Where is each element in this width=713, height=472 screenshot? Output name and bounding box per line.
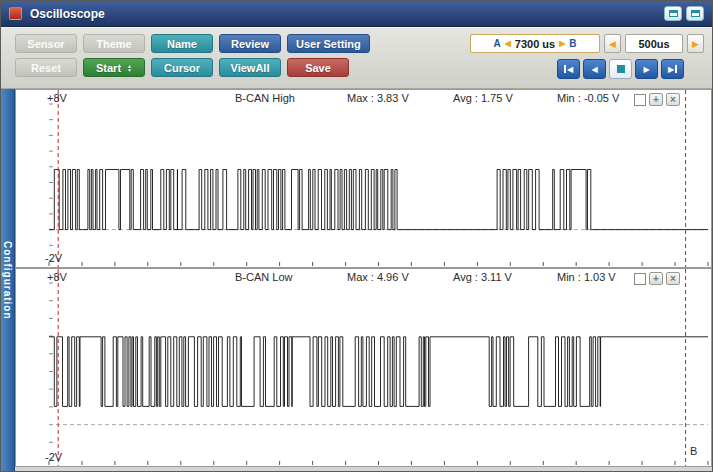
step-forward-button[interactable]: ▶ bbox=[635, 59, 658, 79]
channel-min-value: Min : 1.03 V bbox=[557, 271, 616, 283]
start-button[interactable]: Start ▲▼ bbox=[83, 58, 145, 77]
main-area: Configuration +8V B-CAN High Max : 3.83 … bbox=[1, 89, 712, 471]
cursor-button[interactable]: Cursor bbox=[151, 58, 213, 77]
toolbar-row-2: Reset Start ▲▼ Cursor ViewAll Save bbox=[15, 58, 370, 77]
step-back-button[interactable]: ◀ bbox=[583, 59, 606, 79]
title-bar: Oscilloscope bbox=[1, 1, 712, 27]
cursor-b-label: B bbox=[569, 38, 576, 49]
cursor-b-marker: B bbox=[690, 445, 697, 457]
ab-range-readout: A ◀ 7300 us ▶ B bbox=[470, 34, 600, 53]
maximize-window-button[interactable] bbox=[686, 6, 704, 21]
timebase-increase-button[interactable]: ▶ bbox=[687, 34, 704, 53]
reset-button[interactable]: Reset bbox=[15, 58, 77, 77]
ab-range-value: 7300 us bbox=[515, 38, 555, 50]
theme-button[interactable]: Theme bbox=[83, 34, 145, 53]
waveform-plot-bcan-high bbox=[16, 90, 711, 267]
waveform-plot-bcan-low bbox=[16, 269, 711, 466]
step-back-icon: ◀ bbox=[591, 65, 597, 74]
skip-start-bar-icon bbox=[564, 65, 566, 73]
timebase-scale-readout: 500us bbox=[625, 34, 683, 53]
name-button[interactable]: Name bbox=[151, 34, 213, 53]
toolbar-row-1: Sensor Theme Name Review User Setting bbox=[15, 34, 370, 53]
channel-vmin-label: -2V bbox=[45, 451, 62, 463]
user-setting-button[interactable]: User Setting bbox=[287, 34, 370, 53]
review-button[interactable]: Review bbox=[219, 34, 281, 53]
configuration-tab[interactable]: Configuration bbox=[1, 89, 15, 471]
restore-icon bbox=[669, 10, 678, 17]
channel-name: B-CAN High bbox=[235, 92, 295, 104]
channel-vmax-label: +8V bbox=[47, 271, 67, 283]
skip-end-bar-icon bbox=[675, 65, 677, 73]
channel-bcan-high: +8V B-CAN High Max : 3.83 V Avg : 1.75 V… bbox=[15, 89, 712, 268]
channel-checkbox[interactable] bbox=[634, 273, 646, 285]
maximize-icon bbox=[691, 10, 700, 17]
cursor-a-label: A bbox=[493, 38, 500, 49]
channel-controls: + × bbox=[634, 93, 680, 106]
channel-zoom-button[interactable]: + bbox=[649, 93, 663, 106]
oscilloscope-window: Oscilloscope Sensor Theme Name Review Us… bbox=[0, 0, 713, 472]
a-left-arrow-icon[interactable]: ◀ bbox=[505, 39, 511, 48]
viewall-button[interactable]: ViewAll bbox=[219, 58, 281, 77]
toolbar: Sensor Theme Name Review User Setting Re… bbox=[1, 27, 712, 89]
skip-to-end-button[interactable]: ▶ bbox=[661, 59, 684, 79]
stop-icon bbox=[617, 65, 625, 73]
channel-bcan-low: +8V B-CAN Low Max : 4.96 V Avg : 3.11 V … bbox=[15, 268, 712, 467]
window-title: Oscilloscope bbox=[30, 7, 105, 21]
channel-stack: +8V B-CAN High Max : 3.83 V Avg : 1.75 V… bbox=[15, 89, 712, 471]
channel-max-value: Max : 4.96 V bbox=[347, 271, 409, 283]
channel-controls: + × bbox=[634, 272, 680, 285]
skip-end-icon: ▶ bbox=[668, 65, 674, 74]
save-button[interactable]: Save bbox=[287, 58, 349, 77]
start-spinner-icon: ▲▼ bbox=[127, 64, 132, 72]
toolbar-buttons: Sensor Theme Name Review User Setting Re… bbox=[15, 34, 370, 77]
timebase-controls: A ◀ 7300 us ▶ B ◀ 500us ▶ bbox=[470, 34, 704, 53]
configuration-tab-label: Configuration bbox=[2, 241, 13, 320]
channel-checkbox[interactable] bbox=[634, 94, 646, 106]
timebase-decrease-button[interactable]: ◀ bbox=[604, 34, 621, 53]
right-arrow-icon: ▶ bbox=[692, 39, 699, 49]
sensor-button[interactable]: Sensor bbox=[15, 34, 77, 53]
window-controls bbox=[664, 6, 704, 21]
channel-vmin-label: -2V bbox=[45, 252, 62, 264]
channel-min-value: Min : -0.05 V bbox=[557, 92, 619, 104]
channel-avg-value: Avg : 3.11 V bbox=[453, 271, 512, 283]
restore-window-button[interactable] bbox=[664, 6, 682, 21]
skip-start-icon: ◀ bbox=[567, 65, 573, 74]
start-button-label: Start bbox=[96, 62, 121, 74]
stop-button[interactable] bbox=[609, 59, 632, 79]
app-icon bbox=[9, 7, 22, 20]
channel-name: B-CAN Low bbox=[235, 271, 292, 283]
channel-max-value: Max : 3.83 V bbox=[347, 92, 409, 104]
channel-close-button[interactable]: × bbox=[666, 272, 680, 285]
channel-zoom-button[interactable]: + bbox=[649, 272, 663, 285]
left-arrow-icon: ◀ bbox=[609, 39, 616, 49]
channel-close-button[interactable]: × bbox=[666, 93, 680, 106]
skip-to-start-button[interactable]: ◀ bbox=[557, 59, 580, 79]
channel-avg-value: Avg : 1.75 V bbox=[453, 92, 513, 104]
playback-controls: ◀ ◀ ▶ ▶ bbox=[557, 59, 684, 79]
b-right-arrow-icon[interactable]: ▶ bbox=[559, 39, 565, 48]
channel-vmax-label: +8V bbox=[47, 92, 67, 104]
step-forward-icon: ▶ bbox=[643, 65, 649, 74]
